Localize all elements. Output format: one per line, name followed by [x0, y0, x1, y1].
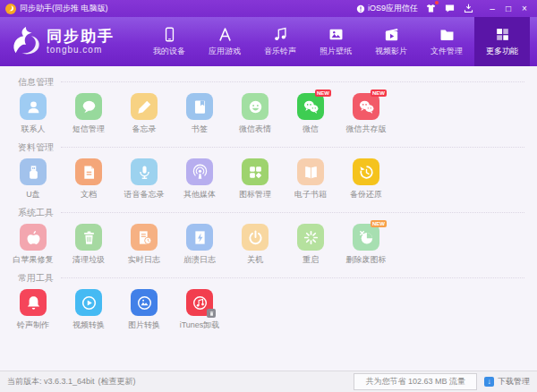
tiles-row: U盘文档语音备忘录其他媒体图标管理电子书籍备份还原 [0, 158, 537, 200]
chat-bubble-icon [444, 3, 456, 14]
tile-label: 备忘录 [132, 124, 157, 135]
realtime-log-icon [136, 229, 153, 246]
check-update-link[interactable]: (检查更新) [98, 376, 136, 388]
white-apple-fix-icon [25, 229, 42, 246]
app-window: 同步助手(同步推 电脑版) iOS9应用信任 [0, 0, 537, 392]
tile-clean-junk[interactable]: 清理垃圾 [61, 224, 116, 266]
section-title: 信息管理 [0, 75, 537, 89]
nav-item-more[interactable]: 更多功能 [474, 17, 530, 66]
contacts-icon [25, 98, 42, 115]
tile-documents[interactable]: 文档 [61, 158, 116, 200]
titlebar: 同步助手(同步推 电脑版) iOS9应用信任 [0, 0, 537, 17]
tile-ebooks[interactable]: 电子书籍 [283, 158, 338, 200]
tile-wechat[interactable]: NEW微信 [283, 93, 338, 135]
wechat-icon [303, 98, 320, 115]
tile-icon-box [242, 224, 268, 251]
swan-logo-icon [9, 25, 43, 59]
tile-icon-box [20, 158, 47, 185]
tile-delete-broken-icons[interactable]: NEW删除废图标 [338, 224, 394, 266]
tile-sms[interactable]: 短信管理 [61, 93, 116, 135]
tile-label: 书签 [192, 124, 208, 135]
reboot-icon [303, 229, 320, 246]
nav-item-label: 我的设备 [153, 46, 185, 57]
maximize-button[interactable]: □ [501, 3, 516, 15]
tile-contacts[interactable]: 联系人 [5, 93, 61, 135]
download-manager-icon: ↓ [484, 377, 494, 387]
download-manager-button[interactable]: ↓ 下载管理 [484, 376, 530, 388]
wechat-coexist-icon [358, 98, 375, 115]
icon-manage-icon [247, 164, 264, 181]
info-icon [356, 4, 365, 13]
tile-label: 语音备忘录 [124, 189, 165, 200]
tile-shutdown[interactable]: 关机 [227, 224, 283, 266]
tile-memo[interactable]: 备忘录 [116, 93, 172, 135]
tile-video-convert[interactable]: 视频转换 [61, 289, 116, 331]
bookmarks-icon [192, 98, 209, 115]
tile-label: 崩溃日志 [183, 254, 216, 266]
usb-icon [25, 164, 42, 181]
tile-ringtone-maker[interactable]: 铃声制作 [5, 289, 61, 331]
tile-label: 联系人 [21, 124, 46, 135]
photo-icon [328, 26, 345, 43]
tile-icon-box [297, 224, 324, 251]
tile-reboot[interactable]: 重启 [283, 224, 338, 266]
brand-domain: tongbu.com [47, 45, 115, 55]
tile-icon-manage[interactable]: 图标管理 [227, 158, 283, 200]
section-title: 资料管理 [0, 141, 537, 154]
trash-overlay-icon [207, 309, 216, 318]
music-icon [272, 26, 289, 43]
tile-bookmarks[interactable]: 书签 [172, 93, 227, 135]
brand-logo: 同步助手 tongbu.com [0, 17, 141, 66]
nav-item-photo[interactable]: 照片壁纸 [308, 17, 363, 66]
tile-icon-box [242, 158, 268, 185]
tile-label: 微信共存版 [346, 124, 387, 135]
nav-item-label: 视频影片 [375, 46, 407, 57]
sms-icon [81, 98, 98, 115]
ringtone-maker-icon [25, 294, 42, 311]
tile-white-apple-fix[interactable]: 白苹果修复 [5, 224, 61, 266]
ebooks-icon [303, 164, 320, 181]
minimize-button[interactable]: – [485, 3, 499, 15]
theme-skin-button[interactable] [425, 3, 437, 14]
nav-item-device[interactable]: 我的设备 [141, 17, 197, 66]
tile-image-convert[interactable]: 图片转换 [116, 289, 172, 331]
tile-label: 清理垃圾 [72, 254, 105, 266]
download-tray-button[interactable] [463, 3, 474, 14]
folder-icon [439, 26, 456, 43]
traffic-saved-label: 共为您节省 102.63 MB 流量 [354, 373, 477, 390]
tile-icon-box [131, 289, 158, 316]
tile-icon-box [131, 93, 158, 120]
tile-crash-log[interactable]: 崩溃日志 [172, 224, 227, 266]
tile-label: 微信 [303, 124, 319, 135]
app-logo-icon [5, 4, 16, 14]
nav-item-folder[interactable]: 文件管理 [419, 17, 474, 66]
tile-itunes-uninstall[interactable]: iTunes卸载 [172, 289, 227, 331]
voice-memo-icon [136, 164, 153, 181]
nav-item-film[interactable]: 视频影片 [363, 17, 419, 66]
tile-icon-box [186, 93, 213, 120]
tile-icon-box [20, 289, 47, 316]
tile-label: 白苹果修复 [13, 254, 54, 266]
feedback-button[interactable] [444, 3, 456, 14]
nav-item-apps[interactable]: 应用游戏 [197, 17, 252, 66]
new-badge: NEW [371, 220, 387, 227]
tile-icon-box [186, 224, 213, 251]
nav-item-label: 音乐铃声 [264, 46, 296, 57]
tile-realtime-log[interactable]: 实时日志 [116, 224, 172, 266]
tile-usb[interactable]: U盘 [5, 158, 61, 200]
wechat-emoji-icon [247, 98, 264, 115]
tile-label: iTunes卸载 [180, 320, 220, 331]
tile-wechat-emoji[interactable]: 微信表情 [227, 93, 283, 135]
close-button[interactable]: × [517, 3, 532, 15]
tile-voice-memo[interactable]: 语音备忘录 [116, 158, 172, 200]
tile-backup-restore[interactable]: 备份还原 [338, 158, 394, 200]
tile-icon-box [297, 158, 324, 185]
tile-icon-box [75, 289, 102, 316]
tile-label: 关机 [247, 254, 263, 266]
tile-wechat-coexist[interactable]: NEW微信共存版 [338, 93, 394, 135]
ios9-trust-button[interactable]: iOS9应用信任 [356, 3, 418, 14]
more-functions-panel: 信息管理联系人短信管理备忘录书签微信表情NEW微信NEW微信共存版资料管理U盘文… [0, 66, 537, 371]
tile-other-media[interactable]: 其他媒体 [172, 158, 227, 200]
tile-label: 重启 [303, 254, 319, 266]
nav-item-music[interactable]: 音乐铃声 [252, 17, 308, 66]
